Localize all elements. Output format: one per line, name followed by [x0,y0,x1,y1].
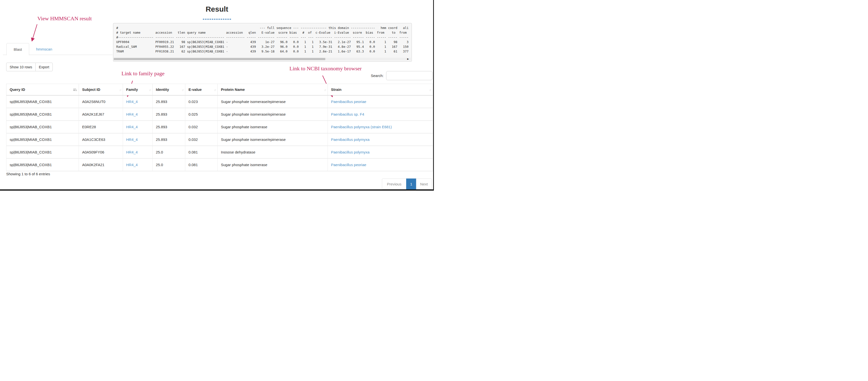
query-id-cell: sp|B6J853|MIAB_COXB1 [6,146,79,158]
sort-ascending-icon[interactable] [73,88,77,91]
protein-name-cell: Sugar phosphate isomerase/epimerase [218,133,328,146]
evalue-cell: 0.032 [185,133,218,146]
results-table: Query ID Subject ID ↓↑ Family ↓↑ [6,84,433,171]
page-title: Result [0,5,434,13]
identity-cell: 25.893 [153,121,185,133]
column-header-identity[interactable]: Identity ↓↑ [153,84,185,95]
annotation-link-ncbi: Link to NCBI taxonomy browser [289,65,362,72]
sort-icon[interactable]: ↓↑ [119,88,121,91]
sort-icon[interactable]: ↓↑ [182,88,183,91]
column-header-subject-id[interactable]: Subject ID ↓↑ [79,84,123,95]
protein-name-cell: Sugar phosphate isomerase [218,121,328,133]
export-button[interactable]: Export [35,63,53,71]
identity-cell: 25.893 [153,108,185,121]
protein-name-cell: Inosose dehydratase [218,146,328,158]
hmmscan-output-block: # --- full sequence --- -------------- t… [113,23,412,62]
column-header-protein-name[interactable]: Protein Name ↓↑ [218,84,328,95]
family-link[interactable]: HR4_4 [126,125,138,129]
identity-cell: 25.893 [153,133,185,146]
page: Result View HMMSCAN result Link to famil… [0,0,434,190]
hmmscan-scrollbar-thumb[interactable] [114,58,325,60]
family-link[interactable]: HR4_4 [126,99,138,104]
evalue-cell: 0.032 [185,121,218,133]
previous-page-button[interactable]: Previous [382,178,406,189]
protein-name-cell: Sugar phosphate isomerase [218,158,328,171]
family-link[interactable]: HR4_4 [126,138,138,142]
query-id-cell: sp|B6J853|MIAB_COXB1 [6,121,79,133]
table-row: sp|B6J853|MIAB_COXB1 A0A509FY06 HR4_4 25… [6,146,433,158]
search-label: Search: [371,74,384,78]
pagination: Previous 1 Next [382,178,432,189]
strain-link[interactable]: Paenibacillus polymyxa [331,150,370,154]
family-link[interactable]: HR4_4 [126,163,138,167]
table-row: sp|B6J853|MIAB_COXB1 A0A2K1EJ67 HR4_4 25… [6,108,433,121]
sort-icon[interactable]: ↓↑ [149,88,151,91]
table-header-row: Query ID Subject ID ↓↑ Family ↓↑ [6,84,433,95]
strain-link[interactable]: Paenibacillus polymyxa (strain E681) [331,125,392,129]
query-id-cell: sp|B6J853|MIAB_COXB1 [6,133,79,146]
column-header-label: Protein Name [221,87,245,92]
tab-blast[interactable]: Blast [6,43,29,55]
strain-cell: Paenibacillus polymyxa [328,146,433,158]
protein-name-cell: Sugar phosphate isomerase/epimerase [218,95,328,108]
subject-id-cell: A0A1C3CE63 [79,133,123,146]
entries-summary: Showing 1 to 6 of 6 entries [6,172,50,176]
arrow-to-hmmscan-tab [32,24,37,41]
subject-id-cell: A0A2K1EJ67 [79,108,123,121]
column-header-label: Family [126,87,138,92]
table-toolbar: Show 10 rows Export [6,63,53,71]
subject-id-cell: A0A0K2FA21 [79,158,123,171]
page-1-button[interactable]: 1 [406,178,416,189]
family-cell: HR4_4 [123,121,153,133]
title-underline-decoration [203,19,231,20]
column-header-strain[interactable]: Strain ↓↑ [328,84,433,95]
next-page-button[interactable]: Next [416,178,432,189]
column-header-evalue[interactable]: E-value ↓↑ [185,84,218,95]
evalue-cell: 0.023 [185,95,218,108]
query-id-cell: sp|B6J853|MIAB_COXB1 [6,108,79,121]
family-cell: HR4_4 [123,108,153,121]
table-row: sp|B6J853|MIAB_COXB1 A0A2S6NUT0 HR4_4 25… [6,95,433,108]
strain-cell: Paenibacillus peoriae [328,158,433,171]
family-cell: HR4_4 [123,95,153,108]
tab-hmmscan[interactable]: hmmscan [33,43,56,55]
query-id-cell: sp|B6J853|MIAB_COXB1 [6,158,79,171]
query-id-cell: sp|B6J853|MIAB_COXB1 [6,95,79,108]
sort-icon[interactable]: ↓↑ [214,88,216,91]
family-cell: HR4_4 [123,133,153,146]
family-link[interactable]: HR4_4 [126,112,138,116]
table-row: sp|B6J853|MIAB_COXB1 E0RE28 HR4_4 25.893… [6,121,433,133]
subject-id-cell: A0A509FY06 [79,146,123,158]
column-header-query-id[interactable]: Query ID [6,84,79,95]
column-header-family[interactable]: Family ↓↑ [123,84,153,95]
window-right-edge [433,0,434,190]
column-header-label: Strain [331,87,342,92]
scroll-right-icon[interactable]: ▶ [407,58,409,60]
strain-link[interactable]: Paenibacillus peoriae [331,99,366,104]
family-cell: HR4_4 [123,158,153,171]
annotation-view-hmmscan: View HMMSCAN result [37,16,92,22]
family-link[interactable]: HR4_4 [126,150,138,154]
sort-icon[interactable]: ↓↑ [429,88,431,91]
strain-link[interactable]: Paenibacillus peoriae [331,163,366,167]
search-input[interactable] [386,71,432,80]
sort-icon[interactable]: ↓↑ [324,88,326,91]
strain-cell: Paenibacillus peoriae [328,95,433,108]
family-cell: HR4_4 [123,146,153,158]
identity-cell: 25.0 [153,146,185,158]
strain-cell: Paenibacillus polymyxa (strain E681) [328,121,433,133]
evalue-cell: 0.081 [185,146,218,158]
evalue-cell: 0.081 [185,158,218,171]
strain-link[interactable]: Paenibacillus polymyxa [331,138,370,142]
column-header-label: E-value [188,87,202,92]
annotation-link-family: Link to family page [121,70,164,77]
table-row: sp|B6J853|MIAB_COXB1 A0A0K2FA21 HR4_4 25… [6,158,433,171]
strain-link[interactable]: Paenibacillus sp. F4 [331,112,364,116]
column-header-label: Subject ID [82,87,100,92]
evalue-cell: 0.025 [185,108,218,121]
identity-cell: 25.0 [153,158,185,171]
show-rows-button[interactable]: Show 10 rows [6,63,36,71]
column-header-label: Query ID [10,87,25,92]
window-bottom-edge [0,189,434,190]
identity-cell: 25.893 [153,95,185,108]
